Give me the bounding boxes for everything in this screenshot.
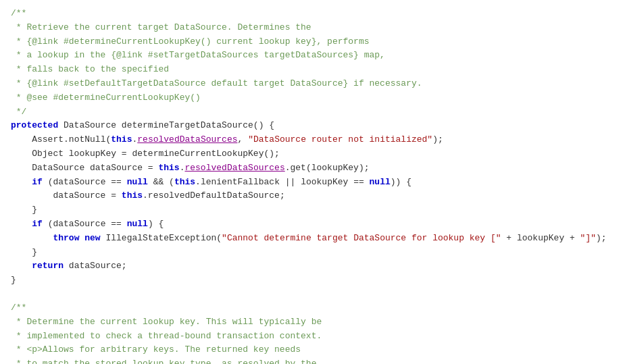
keyword-text: null <box>370 176 391 190</box>
code-line: */ <box>11 105 614 120</box>
highlighted-reference: resolvedDataSources <box>184 161 284 176</box>
normal-text: . <box>132 133 137 147</box>
normal-text: .lenientFallback || lookupKey == <box>195 176 369 190</box>
code-line: * a lookup in the {@link #setTargetDataS… <box>11 49 614 63</box>
normal-text: .resolvedDefaultDataSource; <box>143 189 285 203</box>
code-line: } <box>11 246 614 260</box>
normal-text: Object lookupKey = determineCurrentLooku… <box>11 147 280 161</box>
normal-text <box>11 217 32 232</box>
comment-text: * Determine the current lookup key. This… <box>11 315 322 330</box>
string-text: "DataSource router not initialized" <box>248 133 432 147</box>
comment-text: /** <box>11 7 26 21</box>
comment-text: */ <box>11 105 26 120</box>
code-line: * Retrieve the current target DataSource… <box>11 21 614 35</box>
normal-text: , <box>238 133 249 147</box>
comment-text: * {@link #determineCurrentLookupKey() cu… <box>11 35 370 49</box>
normal-text: && ( <box>148 176 174 190</box>
normal-text <box>11 259 32 274</box>
normal-text <box>11 176 32 190</box>
code-line: Assert.notNull(this.resolvedDataSources,… <box>11 133 614 147</box>
string-text: "Cannot determine target DataSource for … <box>222 232 501 246</box>
code-line: throw new IllegalStateException("Cannot … <box>11 232 614 246</box>
normal-text: . <box>180 161 185 176</box>
normal-text: (dataSource == <box>43 176 127 190</box>
normal-text <box>79 232 84 246</box>
code-line: } <box>11 274 614 288</box>
normal-text: DataSource dataSource = <box>11 161 158 176</box>
keyword-text: this <box>174 176 195 190</box>
code-line: } <box>11 203 614 217</box>
comment-text: * falls back to the specified <box>11 63 169 77</box>
code-line: dataSource = this.resolvedDefaultDataSou… <box>11 189 614 203</box>
keyword-text: protected <box>11 119 64 133</box>
code-line: DataSource dataSource = this.resolvedDat… <box>11 161 614 176</box>
keyword-text: new <box>84 232 100 246</box>
normal-text: } <box>11 274 16 288</box>
keyword-text: this <box>122 189 143 203</box>
code-line: /** <box>11 7 614 21</box>
keyword-text: null <box>127 217 148 232</box>
normal-text: DataSource determineTargetDataSource() { <box>64 119 274 133</box>
keyword-text: if <box>32 176 43 190</box>
code-container: /** * Retrieve the current target DataSo… <box>0 0 625 364</box>
normal-text: ) { <box>148 217 164 232</box>
normal-text: } <box>11 203 37 217</box>
highlighted-reference: resolvedDataSources <box>137 133 237 147</box>
code-line: * to match the stored lookup key type, a… <box>11 357 614 364</box>
code-block: /** * Retrieve the current target DataSo… <box>11 7 614 364</box>
code-line: return dataSource; <box>11 259 614 274</box>
normal-text <box>11 232 53 246</box>
comment-text: * to match the stored lookup key type, a… <box>11 357 316 364</box>
normal-text: } <box>11 246 37 260</box>
keyword-text: null <box>127 176 148 190</box>
comment-text: * <p>Allows for arbitrary keys. The retu… <box>11 343 301 357</box>
comment-text: * a lookup in the {@link #setTargetDataS… <box>11 49 385 63</box>
code-line: * {@link #determineCurrentLookupKey() cu… <box>11 35 614 49</box>
normal-text: ); <box>596 232 607 246</box>
keyword-text: throw <box>53 232 79 246</box>
keyword-text: this <box>111 133 132 147</box>
normal-text: + lookupKey + <box>501 232 580 246</box>
normal-text: dataSource = <box>11 189 122 203</box>
normal-text: ); <box>432 133 443 147</box>
normal-text: (dataSource == <box>43 217 127 232</box>
keyword-text: if <box>32 217 43 232</box>
normal-text: dataSource; <box>64 259 127 274</box>
comment-text: * @see #determineCurrentLookupKey() <box>11 91 201 105</box>
code-line: if (dataSource == null && (this.lenientF… <box>11 176 614 190</box>
code-line: * falls back to the specified <box>11 63 614 77</box>
normal-text: )) { <box>391 176 411 190</box>
comment-text: /** <box>11 301 26 315</box>
keyword-text: this <box>158 161 179 176</box>
code-line: * {@link #setDefaultTargetDataSource def… <box>11 77 614 91</box>
code-line: * implemented to check a thread-bound tr… <box>11 330 614 344</box>
comment-text: * {@link #setDefaultTargetDataSource def… <box>11 77 422 91</box>
code-line: if (dataSource == null) { <box>11 217 614 232</box>
normal-text: Assert. <box>11 133 69 147</box>
code-line: * <p>Allows for arbitrary keys. The retu… <box>11 343 614 357</box>
comment-text: * Retrieve the current target DataSource… <box>11 21 311 35</box>
code-line: * Determine the current lookup key. This… <box>11 315 614 330</box>
string-text: "]" <box>580 232 596 246</box>
code-line: /** <box>11 301 614 315</box>
normal-text: .get(lookupKey); <box>285 161 370 176</box>
code-line: protected DataSource determineTargetData… <box>11 119 614 133</box>
normal-text: IllegalStateException( <box>101 232 222 246</box>
keyword-text: return <box>32 259 64 274</box>
code-line: * @see #determineCurrentLookupKey() <box>11 91 614 105</box>
comment-text: * implemented to check a thread-bound tr… <box>11 330 322 344</box>
code-line <box>11 288 614 301</box>
normal-text: notNull( <box>69 133 111 147</box>
code-line: Object lookupKey = determineCurrentLooku… <box>11 147 614 161</box>
